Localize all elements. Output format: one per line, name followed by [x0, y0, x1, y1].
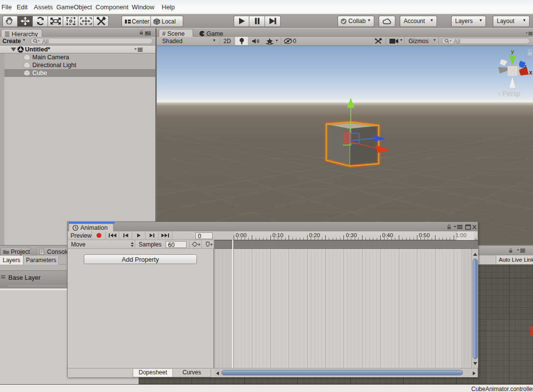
svg-text:y: y	[511, 49, 514, 54]
svg-text:‹ Persp: ‹ Persp	[498, 90, 520, 98]
svg-text:x: x	[529, 69, 533, 76]
svg-text:z: z	[524, 63, 527, 69]
